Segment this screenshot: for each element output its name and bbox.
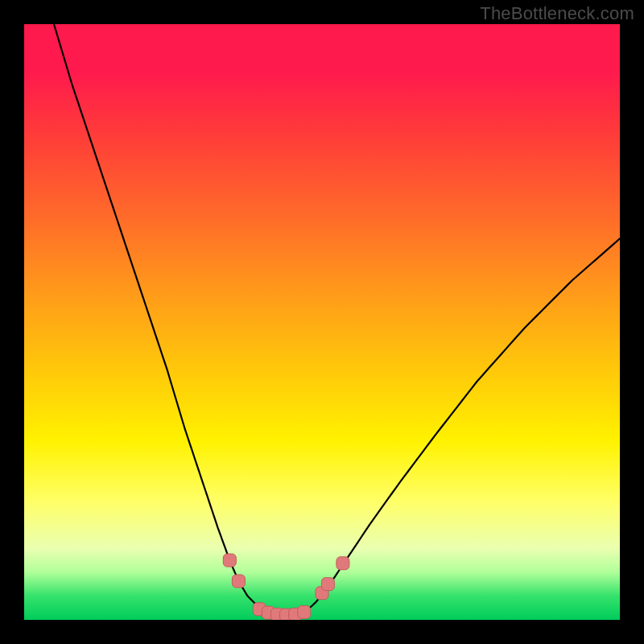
highlight-marker — [298, 605, 311, 618]
highlight-marker — [321, 578, 334, 591]
bottleneck-curve — [54, 24, 620, 615]
highlight-marker — [232, 575, 245, 588]
watermark-text: TheBottleneck.com — [480, 3, 634, 24]
highlight-marker — [223, 554, 236, 567]
plot-area — [24, 24, 620, 620]
chart-frame: TheBottleneck.com — [0, 0, 644, 644]
highlight-marker — [336, 557, 349, 570]
chart-svg — [24, 24, 620, 620]
